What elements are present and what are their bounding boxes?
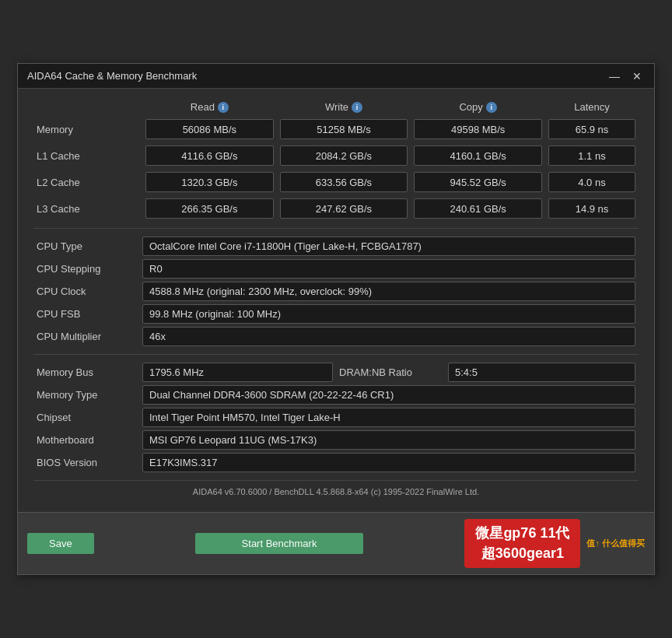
start-benchmark-button[interactable]: Start Benchmark (195, 533, 364, 554)
mem-info-label-2: Chipset (33, 412, 142, 423)
l1cache-row: L1 Cache 4116.6 GB/s 2084.2 GB/s 4160.1 … (33, 144, 639, 167)
mem-info-value-4: E17K3IMS.317 (142, 453, 635, 472)
cpu-info-row-0: CPU Type OctalCore Intel Core i7-11800H … (33, 237, 639, 256)
window-title: AIDA64 Cache & Memory Benchmark (27, 70, 197, 82)
l1cache-label: L1 Cache (33, 150, 142, 162)
footer-text: AIDA64 v6.70.6000 / BenchDLL 4.5.868.8-x… (33, 480, 639, 500)
l2cache-copy-cell: 945.52 GB/s (414, 172, 542, 192)
l2cache-read-cell: 1320.3 GB/s (145, 172, 274, 192)
l3cache-copy-value: 240.61 GB/s (414, 198, 542, 219)
l2cache-row: L2 Cache 1320.3 GB/s 633.56 GB/s 945.52 … (33, 170, 639, 194)
mem-info-label-3: Motherboard (33, 434, 142, 446)
titlebar: AIDA64 Cache & Memory Benchmark — ✕ (18, 64, 654, 89)
window-controls: — ✕ (606, 71, 645, 82)
l2cache-read-value: 1320.3 GB/s (145, 172, 274, 192)
memory-read-value: 56086 MB/s (145, 119, 274, 139)
mem-label-0-b: DRAM:NB Ratio (336, 366, 445, 378)
cpu-info-value-1: R0 (142, 259, 635, 279)
watermark-line1: 微星gp76 11代 (475, 524, 569, 543)
memory-label: Memory (33, 124, 142, 135)
cpu-info-value-2: 4588.8 MHz (original: 2300 MHz, overcloc… (142, 282, 635, 301)
l3cache-write-cell: 247.62 GB/s (280, 198, 408, 219)
cpu-info-label-4: CPU Multiplier (33, 331, 142, 342)
memory-copy-value: 49598 MB/s (414, 119, 542, 139)
bottom-bar: Save Start Benchmark 微星gp76 11代 超3600gea… (18, 512, 654, 573)
mem-info-value-3: MSI GP76 Leopard 11UG (MS-17K3) (142, 430, 635, 450)
l3cache-label: L3 Cache (33, 203, 142, 215)
l2cache-latency-value: 4.0 ns (548, 172, 635, 192)
memory-write-cell: 51258 MB/s (280, 119, 408, 139)
l3cache-copy-cell: 240.61 GB/s (414, 198, 542, 219)
write-info-icon[interactable]: i (352, 102, 362, 113)
l3cache-write-value: 247.62 GB/s (280, 198, 408, 219)
memory-latency-value: 65.9 ns (548, 119, 635, 139)
divider-2 (33, 354, 639, 355)
mem-info-row-4: BIOS Version E17K3IMS.317 (33, 453, 639, 472)
header-latency: Latency (545, 101, 639, 113)
cpu-info-row-1: CPU Stepping R0 (33, 259, 639, 279)
cpu-info-section: CPU Type OctalCore Intel Core i7-11800H … (33, 237, 639, 346)
l1cache-write-value: 2084.2 GB/s (280, 145, 408, 166)
l2cache-label: L2 Cache (33, 177, 142, 188)
minimize-button[interactable]: — (606, 71, 623, 82)
cpu-info-label-0: CPU Type (33, 240, 142, 252)
watermark-badge: 微星gp76 11代 超3600gear1 (464, 519, 580, 567)
mem-info-row-3: Motherboard MSI GP76 Leopard 11UG (MS-17… (33, 430, 639, 450)
l1cache-read-value: 4116.6 GB/s (145, 145, 274, 166)
divider-1 (33, 228, 639, 229)
mem-info-value-1: Dual Channel DDR4-3600 SDRAM (20-22-22-4… (142, 385, 635, 405)
read-info-icon[interactable]: i (218, 102, 229, 113)
header-copy: Copy i (411, 101, 545, 113)
mem-info-value-2: Intel Tiger Point HM570, Intel Tiger Lak… (142, 408, 635, 427)
mem-info-section: Memory Bus 1795.6 MHz DRAM:NB Ratio 5:4:… (33, 363, 639, 472)
watermark-line2: 超3600gear1 (475, 544, 569, 563)
save-button[interactable]: Save (27, 533, 94, 554)
mem-label-0-a: Memory Bus (33, 366, 142, 378)
table-header: Read i Write i Copy i Latency (33, 101, 639, 113)
cpu-info-row-4: CPU Multiplier 46x (33, 327, 639, 346)
l3cache-row: L3 Cache 266.35 GB/s 247.62 GB/s 240.61 … (33, 197, 639, 220)
mem-info-row-0: Memory Bus 1795.6 MHz DRAM:NB Ratio 5:4:… (33, 363, 639, 382)
mem-info-label-4: BIOS Version (33, 457, 142, 468)
l1cache-read-cell: 4116.6 GB/s (145, 145, 274, 166)
mem-value-0-b: 5:4:5 (448, 363, 635, 382)
l1cache-write-cell: 2084.2 GB/s (280, 145, 408, 166)
cpu-info-label-3: CPU FSB (33, 308, 142, 320)
main-window: AIDA64 Cache & Memory Benchmark — ✕ Read… (17, 63, 655, 574)
copy-info-icon[interactable]: i (486, 102, 497, 113)
brand-label: 值↑ 什么值得买 (586, 538, 645, 549)
main-content: Read i Write i Copy i Latency Memory 560… (18, 89, 654, 512)
cpu-info-value-0: OctalCore Intel Core i7-11800H (Tiger La… (142, 237, 635, 256)
l2cache-copy-value: 945.52 GB/s (414, 172, 542, 192)
memory-copy-cell: 49598 MB/s (414, 119, 542, 139)
cpu-info-row-3: CPU FSB 99.8 MHz (original: 100 MHz) (33, 304, 639, 324)
memory-write-value: 51258 MB/s (280, 119, 408, 139)
memory-read-cell: 56086 MB/s (145, 119, 274, 139)
header-read: Read i (142, 101, 277, 113)
memory-row: Memory 56086 MB/s 51258 MB/s 49598 MB/s … (33, 117, 639, 141)
header-write: Write i (277, 101, 411, 113)
mem-info-row-1: Memory Type Dual Channel DDR4-3600 SDRAM… (33, 385, 639, 405)
cpu-info-value-4: 46x (142, 327, 635, 346)
l3cache-read-cell: 266.35 GB/s (145, 198, 274, 219)
l1cache-latency-value: 1.1 ns (548, 145, 635, 166)
mem-value-0-a: 1795.6 MHz (142, 363, 333, 382)
l1cache-copy-value: 4160.1 GB/s (414, 145, 542, 166)
mem-info-row-2: Chipset Intel Tiger Point HM570, Intel T… (33, 408, 639, 427)
l1cache-copy-cell: 4160.1 GB/s (414, 145, 542, 166)
l3cache-latency-value: 14.9 ns (548, 198, 635, 219)
l3cache-read-value: 266.35 GB/s (145, 198, 274, 219)
l2cache-write-cell: 633.56 GB/s (280, 172, 408, 192)
cpu-info-value-3: 99.8 MHz (original: 100 MHz) (142, 304, 635, 324)
cpu-info-label-2: CPU Clock (33, 286, 142, 297)
l2cache-write-value: 633.56 GB/s (280, 172, 408, 192)
close-button[interactable]: ✕ (629, 71, 645, 82)
mem-info-label-1: Memory Type (33, 389, 142, 401)
cpu-info-label-1: CPU Stepping (33, 263, 142, 275)
cpu-info-row-2: CPU Clock 4588.8 MHz (original: 2300 MHz… (33, 282, 639, 301)
